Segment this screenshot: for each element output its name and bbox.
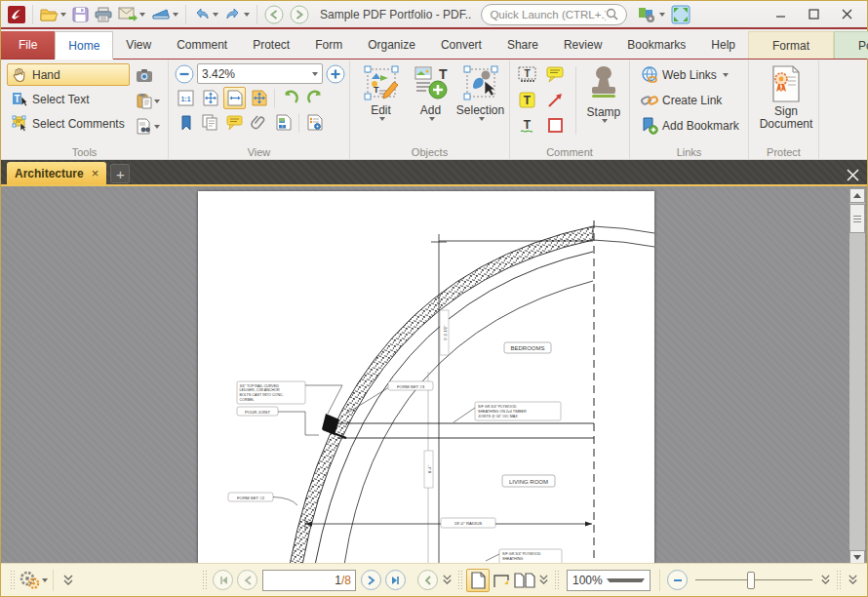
layout-options-button[interactable]	[536, 575, 551, 585]
hand-tool-button[interactable]: Hand	[7, 63, 130, 86]
tab-convert[interactable]: Convert	[428, 31, 494, 59]
rotate-cw-button[interactable]	[303, 87, 326, 109]
fit-width-button[interactable]	[223, 87, 246, 109]
comments-pane-button[interactable]	[223, 111, 246, 134]
highlight-text-tool-button[interactable]: T	[516, 89, 538, 111]
selection-button[interactable]: Selection	[455, 63, 505, 121]
select-comments-button[interactable]: Select Comments	[7, 112, 130, 135]
zoom-in-button[interactable]	[326, 64, 345, 84]
continuous-layout-button[interactable]	[490, 569, 513, 592]
maximize-button[interactable]	[797, 3, 830, 26]
next-page-button[interactable]	[361, 570, 381, 590]
scrollbar-thumb[interactable]	[849, 204, 865, 233]
nav-forward-button[interactable]	[287, 3, 312, 26]
tab-file[interactable]: File	[1, 31, 55, 59]
sticky-note-tool-button[interactable]	[544, 63, 567, 86]
zoom-out-slider-button[interactable]	[667, 570, 688, 590]
page-number-input[interactable]: 1/8	[262, 570, 356, 591]
underline-text-tool-button[interactable]: T	[516, 114, 538, 137]
zoom-out-button[interactable]	[175, 64, 194, 84]
single-page-layout-button[interactable]	[466, 569, 490, 592]
scroll-up-button[interactable]	[849, 188, 865, 203]
tab-format[interactable]: Format	[748, 31, 834, 59]
ui-options-button[interactable]	[635, 3, 668, 26]
vertical-scrollbar[interactable]	[849, 188, 865, 565]
close-document-button[interactable]	[847, 169, 859, 181]
content-pane-button[interactable]: T	[272, 111, 295, 134]
slider-thumb[interactable]	[747, 572, 755, 589]
sign-document-button[interactable]: Sign Document	[755, 63, 817, 131]
email-button[interactable]	[115, 3, 148, 26]
tab-comment[interactable]: Comment	[164, 31, 240, 59]
rotate-ccw-button[interactable]	[279, 87, 301, 109]
zoom-level-combo[interactable]: 3.42%	[197, 63, 323, 84]
tab-bookmarks[interactable]: Bookmarks	[614, 31, 698, 59]
undo-button[interactable]	[190, 3, 221, 26]
add-objects-button[interactable]: T Add	[406, 63, 455, 121]
history-options-button[interactable]	[440, 575, 454, 585]
divider	[659, 570, 660, 591]
tab-share[interactable]: Share	[494, 31, 551, 59]
tab-view[interactable]: View	[113, 31, 164, 59]
two-pages-layout-button[interactable]	[513, 569, 536, 592]
document-tab-architecture[interactable]: Architecture ×	[7, 162, 106, 184]
select-text-button[interactable]: T Select Text	[7, 88, 130, 110]
edit-objects-button[interactable]: T Edit	[356, 63, 406, 121]
app-logo-icon[interactable]	[5, 3, 28, 26]
web-links-button[interactable]: Web Links	[636, 63, 744, 87]
tab-organize[interactable]: Organize	[355, 31, 428, 59]
grip-handle[interactable]	[202, 570, 208, 591]
grip-handle[interactable]	[10, 570, 16, 591]
search-comments-button[interactable]	[133, 115, 164, 138]
tab-protect[interactable]: Protect	[240, 31, 302, 59]
first-page-button[interactable]	[213, 570, 233, 590]
attachments-pane-button[interactable]	[248, 111, 270, 134]
document-canvas[interactable]: 9'-1 1/2" 8'-4" BEDROOMS LIVING ROOM FOR…	[1, 186, 867, 565]
tab-portfolio[interactable]: Portfolio	[834, 31, 868, 59]
actual-size-button[interactable]: 1:1	[175, 87, 197, 109]
paste-button[interactable]	[133, 90, 164, 112]
zoom-options-button[interactable]	[818, 575, 833, 585]
zoom-slider[interactable]	[695, 570, 812, 591]
fit-page-button[interactable]	[199, 87, 221, 109]
more-tools-button[interactable]	[845, 575, 861, 585]
status-options-button[interactable]	[19, 571, 48, 590]
grip-handle[interactable]	[457, 570, 463, 591]
session-button[interactable]	[668, 3, 693, 26]
save-button[interactable]	[69, 3, 92, 26]
stamp-button[interactable]: Stamp	[582, 63, 625, 137]
scan-button[interactable]	[148, 3, 181, 26]
grip-handle[interactable]	[836, 570, 842, 591]
close-button[interactable]	[830, 3, 863, 26]
prev-page-button[interactable]	[237, 570, 257, 590]
print-button[interactable]	[92, 3, 115, 26]
thumbnails-pane-button[interactable]	[199, 111, 221, 134]
new-tab-button[interactable]: +	[110, 164, 130, 183]
tab-help[interactable]: Help	[698, 31, 748, 59]
arrow-tool-button[interactable]	[544, 89, 567, 111]
last-page-button[interactable]	[385, 570, 406, 590]
tab-review[interactable]: Review	[551, 31, 614, 59]
open-button[interactable]	[37, 3, 69, 26]
redo-button[interactable]	[221, 3, 253, 26]
expand-panel-button[interactable]	[59, 575, 78, 586]
zoom-combo[interactable]: 100%	[567, 570, 651, 591]
nav-back-button[interactable]	[261, 3, 287, 26]
create-link-button[interactable]: Create Link	[636, 89, 744, 112]
fit-visible-button[interactable]	[248, 87, 270, 109]
open-caret-icon	[60, 13, 66, 17]
bookmarks-pane-button[interactable]	[175, 111, 197, 134]
panes-options-button[interactable]	[303, 111, 326, 134]
tab-home[interactable]: Home	[55, 31, 113, 60]
tab-close-icon[interactable]: ×	[92, 166, 99, 180]
add-bookmark-button[interactable]: Add Bookmark	[636, 114, 744, 138]
rectangle-tool-button[interactable]	[544, 114, 567, 137]
sign-document-label: Sign Document	[756, 105, 816, 131]
history-back-button[interactable]	[417, 570, 438, 590]
quick-launch-input[interactable]: Quick Launch (CTRL+.)	[481, 4, 627, 25]
minimize-button[interactable]	[764, 3, 797, 26]
snapshot-button[interactable]	[133, 64, 155, 87]
grip-handle[interactable]	[554, 570, 560, 591]
tab-form[interactable]: Form	[302, 31, 355, 59]
typewriter-tool-button[interactable]: T	[516, 63, 538, 86]
